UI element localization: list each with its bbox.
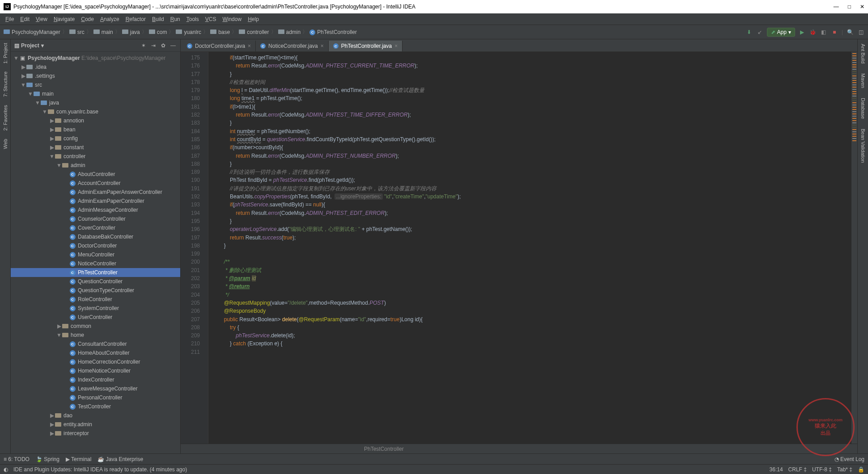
tree-item-CoverController[interactable]: CCoverController xyxy=(11,223,180,232)
marker[interactable] xyxy=(852,80,856,81)
breadcrumb-item[interactable]: controller xyxy=(247,29,269,35)
breadcrumb-item[interactable]: src xyxy=(77,29,85,35)
marker[interactable] xyxy=(852,140,856,141)
code-line[interactable]: operaterLogService.add("编辑心理测试，心理测试名: " … xyxy=(212,225,851,233)
line-number[interactable]: 207 xyxy=(182,315,200,323)
tree-item-IndexController[interactable]: CIndexController xyxy=(11,375,180,384)
marker[interactable] xyxy=(852,73,856,74)
crumb-item[interactable]: PhTestController xyxy=(364,446,404,452)
menu-file[interactable]: File xyxy=(3,15,17,24)
line-number[interactable]: 190 xyxy=(182,176,200,184)
line-number[interactable]: 208 xyxy=(182,323,200,331)
tree-item-DatabaseBakController[interactable]: CDatabaseBakController xyxy=(11,232,180,241)
close-icon[interactable]: × xyxy=(321,43,324,49)
marker[interactable] xyxy=(852,67,856,67)
tree-item-AdminExamPaperAnswerController[interactable]: CAdminExamPaperAnswerController xyxy=(11,188,180,197)
marker[interactable] xyxy=(852,55,856,56)
code-line[interactable]: * @return xyxy=(212,282,851,290)
code-line[interactable]: */ xyxy=(212,291,851,299)
line-number[interactable]: 186 xyxy=(182,143,200,151)
bottom-tool[interactable]: ≡ 6: TODO xyxy=(4,456,30,462)
line-number[interactable]: 197 xyxy=(182,234,200,242)
line-number[interactable]: 192 xyxy=(182,193,200,201)
tree-item-constant[interactable]: ▶constant xyxy=(11,143,180,152)
line-number[interactable]: 183 xyxy=(182,119,200,127)
debug-icon[interactable]: 🐞 xyxy=(809,29,817,36)
line-number[interactable]: 200 xyxy=(182,258,200,266)
error-stripe[interactable] xyxy=(851,52,857,444)
line-number[interactable]: 193 xyxy=(182,201,200,209)
tree-item-AdminExamPaperController[interactable]: CAdminExamPaperController xyxy=(11,197,180,206)
code-line[interactable]: @ResponseBody xyxy=(212,307,851,315)
line-number[interactable]: 201 xyxy=(182,266,200,274)
tree-item-src[interactable]: ▼src xyxy=(11,80,180,89)
breadcrumb-item[interactable]: admin xyxy=(286,29,301,35)
marker[interactable] xyxy=(852,100,856,101)
tree-item-AboutController[interactable]: CAboutController xyxy=(11,170,180,179)
tree-item-main[interactable]: ▼main xyxy=(11,89,180,98)
line-number[interactable]: 187 xyxy=(182,152,200,160)
tree-item-java[interactable]: ▼java xyxy=(11,98,180,107)
menu-help[interactable]: Help xyxy=(245,15,262,24)
code-line[interactable]: int number = phTest.getNumber(); xyxy=(212,127,851,135)
code-line[interactable]: if(number>countById){ xyxy=(212,143,851,151)
code-line[interactable]: PhTest findById = phTestService.find(phT… xyxy=(212,176,851,184)
line-number[interactable]: 181 xyxy=(182,103,200,111)
tree-item-HomeAboutController[interactable]: CHomeAboutController xyxy=(11,348,180,357)
tree-item-dao[interactable]: ▶dao xyxy=(11,411,180,420)
code-line[interactable]: } xyxy=(212,242,851,250)
code-line[interactable]: /** xyxy=(212,258,851,266)
marker[interactable] xyxy=(852,111,856,112)
code-line[interactable]: BeanUtils.copyProperties(phTest, findByI… xyxy=(212,193,851,201)
breadcrumb-item[interactable]: PhTestController xyxy=(317,29,357,35)
breadcrumb-item[interactable]: main xyxy=(102,29,113,35)
marker[interactable] xyxy=(852,118,856,119)
marker[interactable] xyxy=(852,120,856,121)
code-line[interactable]: return Result.error(CodeMsg.ADMIN_PHTEST… xyxy=(212,209,851,217)
marker[interactable] xyxy=(852,107,856,108)
tool-star[interactable]: 2: Favorites xyxy=(2,103,9,132)
marker[interactable] xyxy=(852,125,856,126)
project-tree[interactable]: ▼ ▣ PsychologyManager E:\idea_space\Psyc… xyxy=(11,52,180,453)
marker[interactable] xyxy=(852,131,856,132)
marker[interactable] xyxy=(852,105,856,105)
marker[interactable] xyxy=(852,76,856,76)
line-number[interactable]: 185 xyxy=(182,135,200,143)
marker[interactable] xyxy=(852,87,856,88)
code-line[interactable]: //讲提交的心理测试信息指定字段复制到已存在的user对象中，该方法会覆盖新字段… xyxy=(212,185,851,193)
marker[interactable] xyxy=(852,96,856,96)
breadcrumb-item[interactable]: java xyxy=(130,29,140,35)
status-icon[interactable]: ◐ xyxy=(4,466,8,473)
tree-item-DoctorController[interactable]: CDoctorController xyxy=(11,241,180,250)
tree-item-AccountController[interactable]: CAccountController xyxy=(11,179,180,188)
menu-run[interactable]: Run xyxy=(168,15,183,24)
bottom-tool[interactable]: 🍃 Spring xyxy=(36,456,59,462)
line-number[interactable]: 204 xyxy=(182,291,200,299)
line-number[interactable]: 209 xyxy=(182,331,200,340)
line-number[interactable]: 175 xyxy=(182,54,200,62)
code-content[interactable]: if(startTime.getTime()<time){ return Res… xyxy=(208,52,851,444)
tree-item-UserController[interactable]: CUserController xyxy=(11,313,180,322)
menu-window[interactable]: Window xyxy=(220,15,244,24)
line-number[interactable]: 177 xyxy=(182,70,200,78)
marker[interactable] xyxy=(852,122,856,123)
code-line[interactable]: long l = DateUtil.differMin(startTime.ge… xyxy=(212,86,851,94)
marker[interactable] xyxy=(852,58,856,59)
tree-item-QuestionController[interactable]: CQuestionController xyxy=(11,277,180,286)
tree-item-SystemController[interactable]: CSystemController xyxy=(11,304,180,313)
marker[interactable] xyxy=(852,89,856,90)
tree-item-bean[interactable]: ▶bean xyxy=(11,125,180,134)
line-number[interactable]: 205 xyxy=(182,299,200,307)
code-line[interactable] xyxy=(212,348,851,356)
indent[interactable]: Tab* ‡ xyxy=(837,466,852,473)
build-icon[interactable]: ⬇ xyxy=(745,29,753,36)
line-number[interactable]: 210 xyxy=(182,340,200,348)
line-number[interactable]: 196 xyxy=(182,225,200,233)
code-line[interactable]: } xyxy=(212,70,851,78)
code-line[interactable]: return Result.success(true); xyxy=(212,234,851,242)
line-number[interactable]: 203 xyxy=(182,282,200,290)
code-line[interactable]: } catch (Exception e) { xyxy=(212,340,851,348)
sync-icon[interactable]: ↙ xyxy=(756,29,763,36)
marker[interactable] xyxy=(852,84,856,85)
breadcrumb-item[interactable]: PsychologyManager xyxy=(12,29,60,35)
